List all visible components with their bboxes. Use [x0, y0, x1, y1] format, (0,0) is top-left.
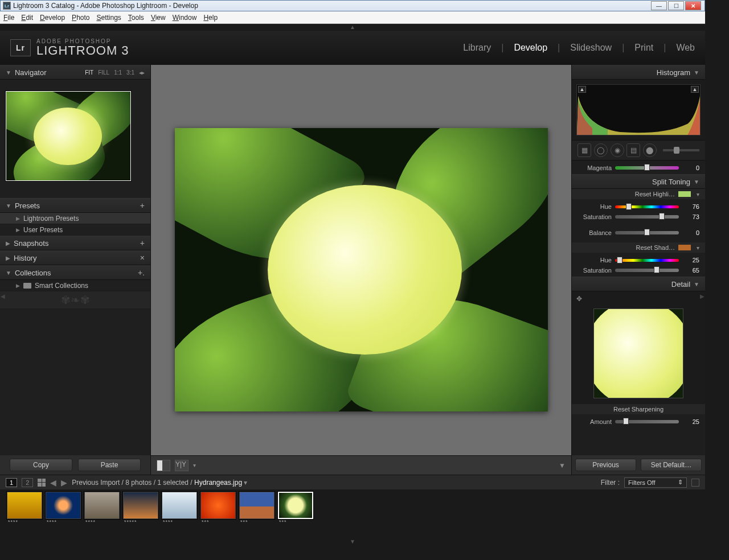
- reset-highlights-label[interactable]: Reset Highli…: [635, 191, 675, 197]
- chevron-down-icon[interactable]: ▾: [697, 245, 699, 251]
- loupe-view-button[interactable]: [157, 460, 170, 471]
- slider-value[interactable]: 76: [682, 203, 699, 210]
- paste-settings-button[interactable]: Paste: [78, 459, 141, 471]
- magenta-slider[interactable]: [615, 166, 679, 170]
- brush-size-slider[interactable]: [663, 149, 699, 151]
- shadows-sat-slider[interactable]: [615, 269, 679, 272]
- filmstrip-item-koala[interactable]: ****: [84, 492, 120, 526]
- filmstrip-rating[interactable]: ***: [200, 519, 236, 526]
- add-preset-icon[interactable]: +: [140, 201, 145, 210]
- filmstrip-thumbnail[interactable]: [200, 492, 236, 519]
- before-after-button[interactable]: Y|Y: [175, 460, 189, 471]
- right-panel-toggle[interactable]: ▶: [699, 285, 705, 307]
- slider-value[interactable]: 25: [682, 418, 699, 425]
- redeye-tool-icon[interactable]: ◉: [611, 143, 624, 157]
- sharpening-amount-slider[interactable]: [615, 420, 679, 423]
- highlights-swatch[interactable]: [678, 191, 691, 197]
- filmstrip-item-tulips[interactable]: ****: [7, 492, 42, 526]
- slider-value[interactable]: 73: [682, 213, 699, 220]
- os-menu-file[interactable]: File: [3, 14, 14, 22]
- left-panel-toggle[interactable]: ◀: [0, 285, 6, 307]
- zoom-stepper-icon[interactable]: ◂▸: [139, 69, 145, 76]
- module-develop[interactable]: Develop: [514, 43, 547, 53]
- window-maximize-button[interactable]: ☐: [668, 1, 684, 10]
- os-menu-view[interactable]: View: [151, 14, 166, 22]
- filmstrip-thumbnail[interactable]: [7, 492, 42, 519]
- os-menu-edit[interactable]: Edit: [21, 14, 33, 22]
- split-toning-panel-header[interactable]: Split Toning ▼: [572, 174, 705, 189]
- collection-item[interactable]: ▶ Smart Collections: [0, 280, 150, 291]
- reset-shadows-label[interactable]: Reset Shad…: [636, 244, 675, 251]
- preset-folder[interactable]: ▶Lightroom Presets: [0, 213, 150, 224]
- filmstrip-thumbnail[interactable]: [46, 492, 81, 519]
- clear-history-icon[interactable]: ×: [140, 253, 145, 262]
- module-library[interactable]: Library: [463, 43, 491, 53]
- filmstrip-rating[interactable]: ***: [278, 519, 313, 526]
- secondary-display-button[interactable]: 2: [22, 478, 33, 487]
- toolbar-chevron-icon[interactable]: ▾: [193, 462, 196, 468]
- histogram-chart[interactable]: ▲ ▲: [576, 84, 701, 135]
- zoom-3to1[interactable]: 3:1: [126, 69, 134, 76]
- filter-lock-icon[interactable]: [691, 479, 699, 487]
- reset-sharpening-label[interactable]: Reset Sharpening: [613, 406, 664, 413]
- zoom-1to1[interactable]: 1:1: [114, 69, 122, 76]
- filmstrip-rating[interactable]: ****: [46, 519, 81, 526]
- detail-preview-thumbnail[interactable]: [593, 308, 683, 398]
- previous-button[interactable]: Previous: [575, 459, 636, 471]
- module-slideshow[interactable]: Slideshow: [570, 43, 612, 53]
- zoom-fill[interactable]: FILL: [98, 69, 109, 76]
- shadows-hue-slider[interactable]: [615, 259, 679, 262]
- filmstrip-rating[interactable]: ***: [239, 519, 275, 526]
- spot-removal-tool-icon[interactable]: ◯: [594, 143, 608, 157]
- filmstrip-item-lighthouse[interactable]: *****: [123, 492, 158, 526]
- histogram-panel-header[interactable]: Histogram ▼: [572, 65, 705, 80]
- copy-settings-button[interactable]: Copy: [10, 459, 72, 471]
- primary-display-button[interactable]: 1: [6, 478, 17, 487]
- filmstrip-thumbnail[interactable]: [123, 492, 158, 519]
- slider-value[interactable]: 0: [682, 164, 699, 171]
- filmstrip-thumbnail[interactable]: [162, 492, 197, 519]
- filmstrip-thumbnail[interactable]: [239, 492, 275, 519]
- snapshots-panel-header[interactable]: ▶ Snapshots +: [0, 236, 150, 250]
- filter-dropdown[interactable]: Filters Off⇕: [624, 477, 687, 488]
- bottom-panel-toggle[interactable]: ▼: [0, 538, 705, 545]
- filmstrip-item-desert[interactable]: ***: [239, 492, 275, 526]
- crop-tool-icon[interactable]: ▦: [578, 143, 591, 157]
- filmstrip-item-jellyfish[interactable]: ****: [46, 492, 81, 526]
- shadows-swatch[interactable]: [678, 245, 691, 250]
- adjustment-brush-tool-icon[interactable]: ⬤: [643, 143, 657, 157]
- presets-panel-header[interactable]: ▼ Presets +: [0, 198, 150, 213]
- navigator-panel-header[interactable]: ▼ Navigator FITFILL1:13:1 ◂▸: [0, 65, 150, 80]
- slider-value[interactable]: 0: [682, 229, 699, 236]
- main-image[interactable]: [175, 128, 548, 411]
- detail-panel-header[interactable]: Detail ▼: [572, 277, 705, 291]
- os-menu-help[interactable]: Help: [203, 14, 218, 22]
- set-default-button[interactable]: Set Default…: [641, 459, 702, 471]
- os-menu-settings[interactable]: Settings: [96, 14, 121, 22]
- filmstrip-thumbnail[interactable]: [84, 492, 120, 519]
- highlights-sat-slider[interactable]: [615, 215, 679, 219]
- filmstrip-item-hydrangeas[interactable]: ***: [278, 492, 313, 526]
- graduated-filter-tool-icon[interactable]: ▤: [626, 143, 640, 157]
- module-print[interactable]: Print: [634, 43, 653, 53]
- window-minimize-button[interactable]: —: [651, 1, 667, 10]
- collections-panel-header[interactable]: ▼ Collections +.: [0, 265, 150, 280]
- toolbar-options-chevron-icon[interactable]: ▼: [559, 462, 566, 470]
- module-web[interactable]: Web: [676, 43, 695, 53]
- filmstrip-rating[interactable]: *****: [123, 519, 158, 526]
- slider-value[interactable]: 25: [682, 257, 699, 263]
- window-close-button[interactable]: ✕: [685, 1, 701, 10]
- os-menu-tools[interactable]: Tools: [128, 14, 144, 22]
- canvas-area[interactable]: Y|Y ▾ ▼: [151, 65, 571, 475]
- filmstrip-rating[interactable]: ****: [84, 519, 120, 526]
- nav-back-icon[interactable]: ◀: [50, 478, 56, 487]
- detail-target-icon[interactable]: ✥: [576, 295, 582, 303]
- navigator-thumbnail[interactable]: [6, 91, 131, 181]
- grid-view-icon[interactable]: [38, 479, 46, 487]
- filmstrip-rating[interactable]: ****: [162, 519, 197, 526]
- top-panel-toggle[interactable]: ▲: [0, 24, 705, 31]
- os-menu-window[interactable]: Window: [173, 14, 197, 22]
- balance-slider[interactable]: [615, 231, 679, 234]
- slider-value[interactable]: 65: [682, 267, 699, 274]
- filmstrip-source-path[interactable]: Previous Import / 8 photos / 1 selected …: [72, 479, 247, 487]
